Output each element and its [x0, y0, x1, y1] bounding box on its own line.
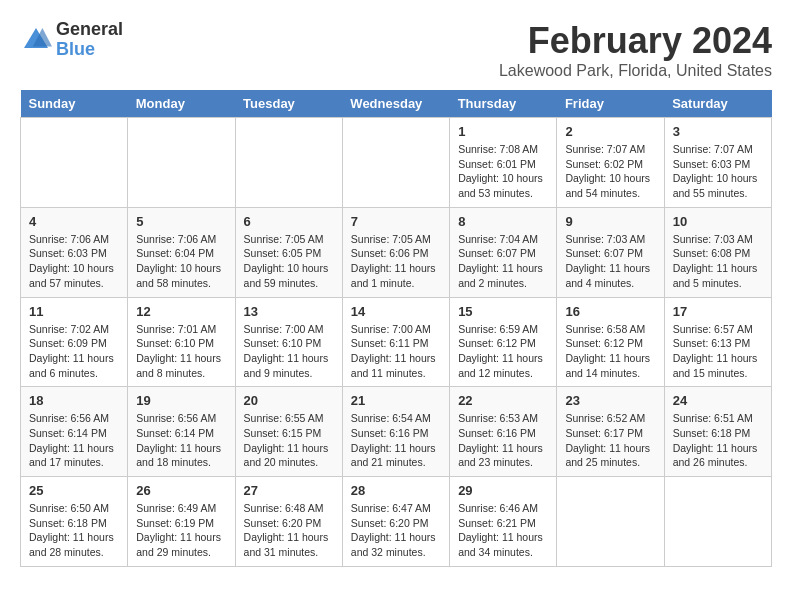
- calendar-cell: 12Sunrise: 7:01 AM Sunset: 6:10 PM Dayli…: [128, 297, 235, 387]
- day-number: 7: [351, 214, 441, 229]
- day-number: 4: [29, 214, 119, 229]
- day-info: Sunrise: 7:03 AM Sunset: 6:08 PM Dayligh…: [673, 232, 763, 291]
- day-info: Sunrise: 7:08 AM Sunset: 6:01 PM Dayligh…: [458, 142, 548, 201]
- day-info: Sunrise: 7:04 AM Sunset: 6:07 PM Dayligh…: [458, 232, 548, 291]
- calendar-cell: 8Sunrise: 7:04 AM Sunset: 6:07 PM Daylig…: [450, 207, 557, 297]
- day-info: Sunrise: 6:59 AM Sunset: 6:12 PM Dayligh…: [458, 322, 548, 381]
- calendar-cell: 13Sunrise: 7:00 AM Sunset: 6:10 PM Dayli…: [235, 297, 342, 387]
- calendar-cell: [128, 118, 235, 208]
- day-number: 12: [136, 304, 226, 319]
- day-info: Sunrise: 7:02 AM Sunset: 6:09 PM Dayligh…: [29, 322, 119, 381]
- week-row-1: 4Sunrise: 7:06 AM Sunset: 6:03 PM Daylig…: [21, 207, 772, 297]
- calendar-cell: 11Sunrise: 7:02 AM Sunset: 6:09 PM Dayli…: [21, 297, 128, 387]
- calendar-cell: 9Sunrise: 7:03 AM Sunset: 6:07 PM Daylig…: [557, 207, 664, 297]
- calendar-cell: 6Sunrise: 7:05 AM Sunset: 6:05 PM Daylig…: [235, 207, 342, 297]
- day-number: 24: [673, 393, 763, 408]
- calendar-cell: 17Sunrise: 6:57 AM Sunset: 6:13 PM Dayli…: [664, 297, 771, 387]
- calendar-cell: 29Sunrise: 6:46 AM Sunset: 6:21 PM Dayli…: [450, 477, 557, 567]
- calendar-cell: 27Sunrise: 6:48 AM Sunset: 6:20 PM Dayli…: [235, 477, 342, 567]
- day-number: 23: [565, 393, 655, 408]
- calendar-cell: 15Sunrise: 6:59 AM Sunset: 6:12 PM Dayli…: [450, 297, 557, 387]
- day-number: 28: [351, 483, 441, 498]
- calendar-cell: 18Sunrise: 6:56 AM Sunset: 6:14 PM Dayli…: [21, 387, 128, 477]
- subtitle: Lakewood Park, Florida, United States: [499, 62, 772, 80]
- week-row-4: 25Sunrise: 6:50 AM Sunset: 6:18 PM Dayli…: [21, 477, 772, 567]
- calendar-cell: 4Sunrise: 7:06 AM Sunset: 6:03 PM Daylig…: [21, 207, 128, 297]
- calendar-cell: 25Sunrise: 6:50 AM Sunset: 6:18 PM Dayli…: [21, 477, 128, 567]
- main-title: February 2024: [499, 20, 772, 62]
- day-info: Sunrise: 7:00 AM Sunset: 6:10 PM Dayligh…: [244, 322, 334, 381]
- header-cell-friday: Friday: [557, 90, 664, 118]
- calendar-body: 1Sunrise: 7:08 AM Sunset: 6:01 PM Daylig…: [21, 118, 772, 567]
- day-info: Sunrise: 6:55 AM Sunset: 6:15 PM Dayligh…: [244, 411, 334, 470]
- day-number: 17: [673, 304, 763, 319]
- header-cell-wednesday: Wednesday: [342, 90, 449, 118]
- day-number: 29: [458, 483, 548, 498]
- day-number: 20: [244, 393, 334, 408]
- calendar-table: SundayMondayTuesdayWednesdayThursdayFrid…: [20, 90, 772, 567]
- calendar-cell: 19Sunrise: 6:56 AM Sunset: 6:14 PM Dayli…: [128, 387, 235, 477]
- day-number: 11: [29, 304, 119, 319]
- day-number: 2: [565, 124, 655, 139]
- calendar-cell: [21, 118, 128, 208]
- day-info: Sunrise: 6:56 AM Sunset: 6:14 PM Dayligh…: [29, 411, 119, 470]
- calendar-cell: 28Sunrise: 6:47 AM Sunset: 6:20 PM Dayli…: [342, 477, 449, 567]
- day-number: 15: [458, 304, 548, 319]
- logo: General Blue: [20, 20, 123, 60]
- calendar-cell: 23Sunrise: 6:52 AM Sunset: 6:17 PM Dayli…: [557, 387, 664, 477]
- day-number: 5: [136, 214, 226, 229]
- calendar-cell: 16Sunrise: 6:58 AM Sunset: 6:12 PM Dayli…: [557, 297, 664, 387]
- day-number: 14: [351, 304, 441, 319]
- week-row-2: 11Sunrise: 7:02 AM Sunset: 6:09 PM Dayli…: [21, 297, 772, 387]
- day-number: 22: [458, 393, 548, 408]
- day-number: 21: [351, 393, 441, 408]
- header-cell-saturday: Saturday: [664, 90, 771, 118]
- calendar-cell: 7Sunrise: 7:05 AM Sunset: 6:06 PM Daylig…: [342, 207, 449, 297]
- day-number: 18: [29, 393, 119, 408]
- calendar-cell: [664, 477, 771, 567]
- day-number: 26: [136, 483, 226, 498]
- day-number: 6: [244, 214, 334, 229]
- day-info: Sunrise: 6:49 AM Sunset: 6:19 PM Dayligh…: [136, 501, 226, 560]
- header-row: SundayMondayTuesdayWednesdayThursdayFrid…: [21, 90, 772, 118]
- day-info: Sunrise: 7:07 AM Sunset: 6:03 PM Dayligh…: [673, 142, 763, 201]
- day-info: Sunrise: 6:56 AM Sunset: 6:14 PM Dayligh…: [136, 411, 226, 470]
- day-info: Sunrise: 7:07 AM Sunset: 6:02 PM Dayligh…: [565, 142, 655, 201]
- day-number: 16: [565, 304, 655, 319]
- calendar-cell: 2Sunrise: 7:07 AM Sunset: 6:02 PM Daylig…: [557, 118, 664, 208]
- calendar-cell: 21Sunrise: 6:54 AM Sunset: 6:16 PM Dayli…: [342, 387, 449, 477]
- day-info: Sunrise: 6:46 AM Sunset: 6:21 PM Dayligh…: [458, 501, 548, 560]
- day-number: 25: [29, 483, 119, 498]
- day-number: 1: [458, 124, 548, 139]
- calendar-cell: [342, 118, 449, 208]
- header-cell-thursday: Thursday: [450, 90, 557, 118]
- day-info: Sunrise: 7:00 AM Sunset: 6:11 PM Dayligh…: [351, 322, 441, 381]
- day-info: Sunrise: 6:47 AM Sunset: 6:20 PM Dayligh…: [351, 501, 441, 560]
- day-number: 13: [244, 304, 334, 319]
- calendar-cell: 10Sunrise: 7:03 AM Sunset: 6:08 PM Dayli…: [664, 207, 771, 297]
- day-info: Sunrise: 7:05 AM Sunset: 6:06 PM Dayligh…: [351, 232, 441, 291]
- day-info: Sunrise: 7:06 AM Sunset: 6:04 PM Dayligh…: [136, 232, 226, 291]
- day-info: Sunrise: 7:01 AM Sunset: 6:10 PM Dayligh…: [136, 322, 226, 381]
- day-number: 3: [673, 124, 763, 139]
- calendar-cell: 1Sunrise: 7:08 AM Sunset: 6:01 PM Daylig…: [450, 118, 557, 208]
- day-number: 10: [673, 214, 763, 229]
- calendar-cell: 5Sunrise: 7:06 AM Sunset: 6:04 PM Daylig…: [128, 207, 235, 297]
- calendar-cell: 20Sunrise: 6:55 AM Sunset: 6:15 PM Dayli…: [235, 387, 342, 477]
- header-cell-sunday: Sunday: [21, 90, 128, 118]
- day-info: Sunrise: 7:03 AM Sunset: 6:07 PM Dayligh…: [565, 232, 655, 291]
- calendar-cell: 24Sunrise: 6:51 AM Sunset: 6:18 PM Dayli…: [664, 387, 771, 477]
- calendar-cell: [235, 118, 342, 208]
- header-cell-monday: Monday: [128, 90, 235, 118]
- calendar-cell: 22Sunrise: 6:53 AM Sunset: 6:16 PM Dayli…: [450, 387, 557, 477]
- day-info: Sunrise: 6:50 AM Sunset: 6:18 PM Dayligh…: [29, 501, 119, 560]
- day-info: Sunrise: 6:52 AM Sunset: 6:17 PM Dayligh…: [565, 411, 655, 470]
- calendar-cell: 14Sunrise: 7:00 AM Sunset: 6:11 PM Dayli…: [342, 297, 449, 387]
- day-number: 19: [136, 393, 226, 408]
- day-number: 9: [565, 214, 655, 229]
- week-row-0: 1Sunrise: 7:08 AM Sunset: 6:01 PM Daylig…: [21, 118, 772, 208]
- day-info: Sunrise: 6:53 AM Sunset: 6:16 PM Dayligh…: [458, 411, 548, 470]
- header: General Blue February 2024 Lakewood Park…: [20, 20, 772, 80]
- day-info: Sunrise: 6:54 AM Sunset: 6:16 PM Dayligh…: [351, 411, 441, 470]
- calendar-cell: [557, 477, 664, 567]
